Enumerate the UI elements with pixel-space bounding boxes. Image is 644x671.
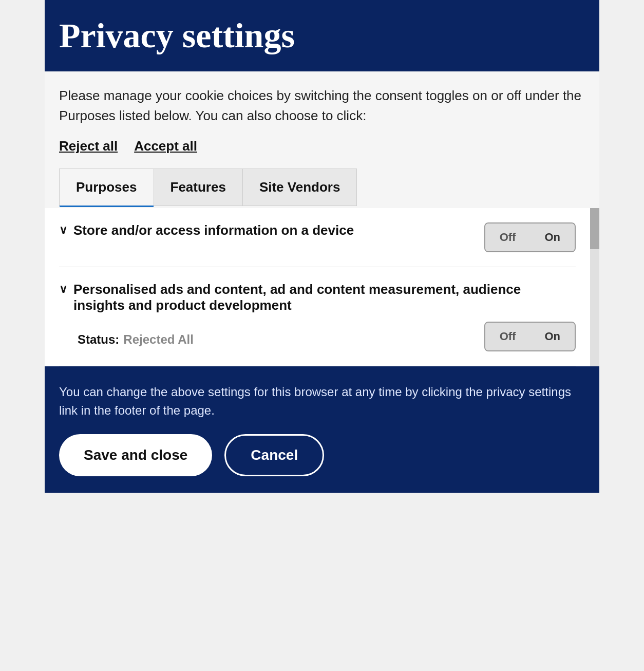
footer-buttons: Save and close Cancel (59, 434, 585, 476)
modal-header: Privacy settings (45, 0, 599, 71)
status-label: Status: (78, 332, 119, 347)
purpose-2-toggle[interactable]: Off On (484, 322, 576, 351)
privacy-settings-modal: Privacy settings Please manage your cook… (45, 0, 599, 493)
purpose-1-toggle-off[interactable]: Off (485, 223, 531, 251)
scrollbar-thumb[interactable] (590, 208, 599, 249)
modal-title: Privacy settings (59, 16, 585, 55)
purpose-1-title: Store and/or access information on a dev… (73, 222, 354, 238)
cancel-button[interactable]: Cancel (224, 434, 324, 476)
footer-text: You can change the above settings for th… (59, 383, 585, 420)
purpose-2-header: ∨ Personalised ads and content, ad and c… (59, 282, 576, 313)
purpose-item-2: ∨ Personalised ads and content, ad and c… (59, 267, 576, 366)
tab-site-vendors[interactable]: Site Vendors (242, 169, 357, 206)
modal-footer: You can change the above settings for th… (45, 366, 599, 493)
purpose-2-title: Personalised ads and content, ad and con… (73, 282, 576, 313)
tab-features-label: Features (171, 179, 226, 195)
scrollbar-track (590, 208, 599, 366)
purpose-item-1: ∨ Store and/or access information on a d… (59, 208, 576, 267)
accept-all-button[interactable]: Accept all (134, 138, 197, 154)
purpose-1-title-container: ∨ Store and/or access information on a d… (59, 222, 476, 238)
content-area: ∨ Store and/or access information on a d… (45, 208, 599, 366)
action-links: Reject all Accept all (59, 138, 585, 154)
purpose-2-title-container: ∨ Personalised ads and content, ad and c… (59, 282, 576, 313)
purpose-1-header: ∨ Store and/or access information on a d… (59, 222, 576, 252)
save-close-button[interactable]: Save and close (59, 434, 212, 476)
purpose-2-toggle-on[interactable]: On (530, 323, 575, 350)
modal-body: Please manage your cookie choices by swi… (45, 71, 599, 169)
description-text: Please manage your cookie choices by swi… (59, 86, 585, 126)
reject-all-button[interactable]: Reject all (59, 138, 118, 154)
purpose-1-toggle-on[interactable]: On (530, 223, 575, 251)
tab-features[interactable]: Features (154, 169, 243, 206)
purpose-1-toggle[interactable]: Off On (484, 222, 576, 252)
tab-purposes[interactable]: Purposes (59, 169, 154, 206)
purpose-2-toggle-off[interactable]: Off (485, 323, 531, 350)
tabs-bar: Purposes Features Site Vendors (45, 169, 599, 206)
chevron-down-icon-1: ∨ (59, 223, 67, 237)
purpose-2-status: Status: Rejected All (78, 332, 194, 347)
tab-site-vendors-label: Site Vendors (259, 179, 340, 195)
chevron-down-icon-2: ∨ (59, 283, 67, 296)
tab-purposes-label: Purposes (76, 179, 137, 195)
status-value: Rejected All (123, 332, 194, 347)
